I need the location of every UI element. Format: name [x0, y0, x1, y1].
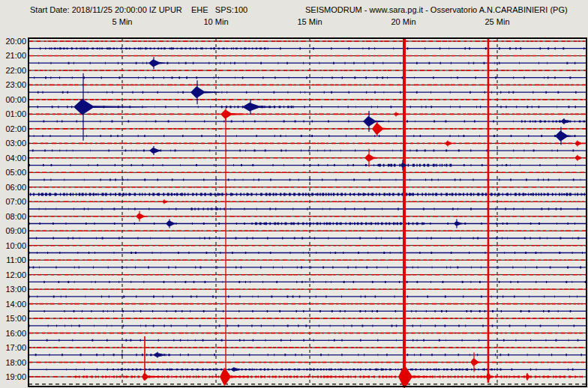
seismogram-canvas [0, 0, 588, 388]
